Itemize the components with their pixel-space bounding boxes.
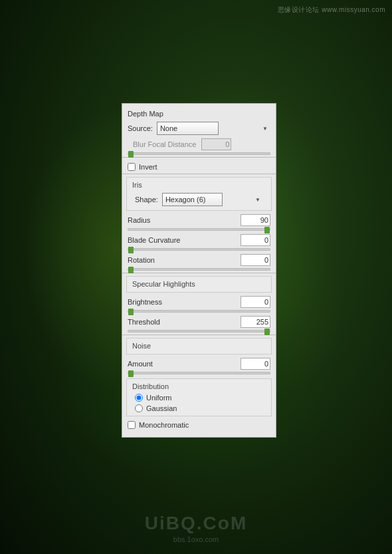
blade-curvature-label: Blade Curvature xyxy=(128,236,241,244)
uniform-radio[interactable] xyxy=(135,394,143,402)
gaussian-row: Gaussian xyxy=(130,403,268,414)
amount-slider-track[interactable] xyxy=(128,372,270,374)
rotation-label: Rotation xyxy=(128,256,241,264)
brightness-slider-thumb[interactable] xyxy=(128,309,134,315)
noise-section: Noise xyxy=(126,338,272,354)
shape-label: Shape: xyxy=(135,196,158,204)
blur-focal-slider-track[interactable] xyxy=(128,152,270,155)
shape-dropdown[interactable]: Triangle (3) Square (4) Pentagon (5) Hex… xyxy=(162,193,223,206)
radius-label: Radius xyxy=(128,216,241,224)
monochromatic-checkbox[interactable] xyxy=(128,421,136,429)
divider-2 xyxy=(122,174,276,174)
brightness-label: Brightness xyxy=(128,298,241,306)
noise-label: Noise xyxy=(130,341,268,352)
blur-focal-input[interactable] xyxy=(201,138,231,150)
divider-3 xyxy=(122,273,276,273)
radius-slider-thumb[interactable] xyxy=(264,227,270,233)
threshold-slider-thumb[interactable] xyxy=(264,329,270,335)
rotation-slider-row xyxy=(122,267,276,273)
amount-row: Amount xyxy=(122,356,276,371)
depth-map-label: Depth Map xyxy=(122,106,276,120)
distribution-section: Distribution Uniform Gaussian xyxy=(126,378,272,416)
threshold-slider-track[interactable] xyxy=(128,330,270,333)
blade-curvature-slider-track[interactable] xyxy=(128,248,270,251)
blade-curvature-slider-thumb[interactable] xyxy=(128,247,134,253)
specular-label: Specular Highlights xyxy=(130,279,268,290)
source-row: Source: None Layer Mask Transparency xyxy=(122,120,276,137)
brightness-slider-track[interactable] xyxy=(128,310,270,313)
monochromatic-label: Monochromatic xyxy=(139,421,189,429)
threshold-slider-row xyxy=(122,329,276,335)
iris-label: Iris xyxy=(130,180,268,191)
blade-curvature-row: Blade Curvature xyxy=(122,233,276,247)
rotation-slider-thumb[interactable] xyxy=(128,267,134,273)
rotation-slider-track[interactable] xyxy=(128,268,270,271)
threshold-input[interactable] xyxy=(241,316,270,328)
source-dropdown-wrapper: None Layer Mask Transparency xyxy=(157,122,270,135)
gaussian-label: Gaussian xyxy=(146,404,177,412)
distribution-label: Distribution xyxy=(130,381,268,392)
amount-slider-row xyxy=(122,371,276,376)
brightness-input[interactable] xyxy=(241,296,270,308)
uniform-label: Uniform xyxy=(146,394,172,402)
amount-label: Amount xyxy=(128,360,241,368)
radius-row: Radius xyxy=(122,213,276,227)
blade-curvature-slider-row xyxy=(122,247,276,253)
source-label: Source: xyxy=(128,124,153,132)
blur-focal-label: Blur Focal Distance xyxy=(128,139,201,150)
threshold-row: Threshold xyxy=(122,315,276,329)
radius-slider-row xyxy=(122,227,276,233)
threshold-label: Threshold xyxy=(128,318,241,326)
iris-section: Iris Shape: Triangle (3) Square (4) Pent… xyxy=(126,177,272,211)
radius-slider-track[interactable] xyxy=(128,228,270,231)
uniform-row: Uniform xyxy=(130,392,268,403)
invert-checkbox[interactable] xyxy=(128,163,136,171)
shape-dropdown-wrapper: Triangle (3) Square (4) Pentagon (5) Hex… xyxy=(162,193,263,206)
amount-slider-thumb[interactable] xyxy=(128,370,134,377)
lens-blur-panel: Depth Map Source: None Layer Mask Transp… xyxy=(122,103,276,438)
blur-focal-slider-row xyxy=(122,152,276,157)
specular-section: Specular Highlights xyxy=(126,276,272,293)
blur-focal-slider-thumb[interactable] xyxy=(128,151,134,158)
brightness-row: Brightness xyxy=(122,295,276,309)
blur-focal-row: Blur Focal Distance xyxy=(122,137,276,152)
source-dropdown[interactable]: None Layer Mask Transparency xyxy=(157,122,219,135)
radius-input[interactable] xyxy=(241,214,270,226)
rotation-row: Rotation xyxy=(122,253,276,267)
divider-1 xyxy=(122,157,276,158)
shape-row: Shape: Triangle (3) Square (4) Pentagon … xyxy=(130,191,268,208)
rotation-input[interactable] xyxy=(241,254,270,266)
depth-map-section: Depth Map Source: None Layer Mask Transp… xyxy=(122,104,276,157)
amount-input[interactable] xyxy=(241,358,270,370)
blade-curvature-input[interactable] xyxy=(241,234,270,246)
monochromatic-row: Monochromatic xyxy=(122,418,276,432)
watermark-bottom-sub: bbs.1oxo.com xyxy=(173,535,219,543)
gaussian-radio[interactable] xyxy=(135,404,143,412)
divider-4 xyxy=(122,335,276,335)
watermark-top: 思缘设计论坛 www.missyuan.com xyxy=(278,5,385,15)
watermark-bottom: UiBQ.CoM xyxy=(145,513,247,534)
brightness-slider-row xyxy=(122,309,276,315)
invert-label: Invert xyxy=(139,163,157,171)
invert-row: Invert xyxy=(122,160,276,174)
